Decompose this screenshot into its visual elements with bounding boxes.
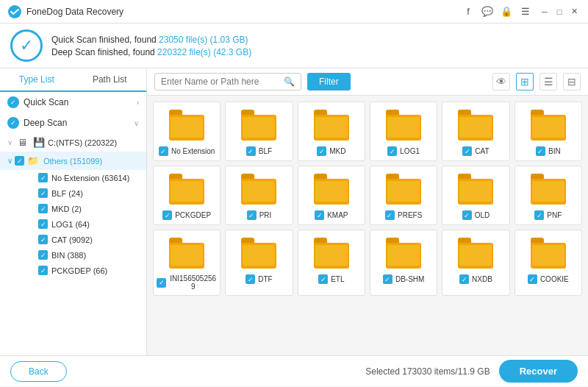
pckgdep-checkbox[interactable]: ✓ (38, 266, 48, 275)
file-checkbox[interactable]: ✓ (459, 274, 469, 284)
file-checkbox[interactable]: ✓ (385, 210, 395, 220)
file-checkbox[interactable]: ✓ (162, 210, 172, 220)
computer-icon: 🖥 (18, 137, 27, 148)
main-layout: Type List Path List ✓ Quick Scan › ✓ Dee… (0, 68, 588, 355)
item-checkbox-wrap: ✓ No Extension (159, 146, 215, 156)
sidebar-item-deep-scan[interactable]: ✓ Deep Scan ∨ (0, 113, 146, 133)
file-checkbox[interactable]: ✓ (317, 146, 326, 156)
message-icon[interactable]: 💬 (481, 5, 494, 18)
no-extension-checkbox[interactable]: ✓ (38, 173, 48, 182)
file-item[interactable]: ✓ OLD (442, 166, 509, 225)
file-item[interactable]: ✓ LOG1 (370, 102, 437, 161)
file-checkbox[interactable]: ✓ (462, 210, 472, 220)
scan-results: Quick Scan finished, found 23050 file(s)… (51, 35, 251, 57)
subitem-bin[interactable]: ✓ BIN (388) (0, 247, 146, 263)
file-checkbox[interactable]: ✓ (383, 274, 392, 284)
file-checkbox[interactable]: ✓ (536, 146, 545, 156)
file-label: LOG1 (400, 147, 420, 155)
facebook-icon[interactable]: f (462, 5, 475, 18)
file-checkbox[interactable]: ✓ (245, 274, 255, 284)
folder-inner (243, 181, 275, 202)
file-checkbox[interactable]: ✓ (157, 278, 166, 288)
file-checkbox[interactable]: ✓ (318, 274, 328, 284)
item-checkbox-wrap: ✓ OLD (462, 210, 490, 220)
recover-button[interactable]: Recover (499, 360, 578, 383)
folder-tab (386, 110, 399, 115)
grid-view-icon[interactable]: ⊞ (516, 73, 534, 90)
cat-label: CAT (9092) (51, 235, 93, 244)
blf-checkbox[interactable]: ✓ (38, 188, 48, 198)
file-checkbox[interactable]: ✓ (534, 210, 544, 220)
file-label: PRI (259, 211, 272, 219)
folder-body (314, 115, 349, 141)
deep-scan-result: Deep Scan finished, found 220322 file(s)… (51, 47, 251, 57)
file-item[interactable]: ✓ PREFS (370, 166, 437, 225)
cat-checkbox[interactable]: ✓ (38, 235, 48, 244)
detail-view-icon[interactable]: ⊟ (563, 73, 581, 90)
file-item[interactable]: ✓ KMAP (298, 166, 365, 225)
log1-checkbox[interactable]: ✓ (38, 219, 48, 229)
file-checkbox[interactable]: ✓ (462, 146, 472, 156)
folder-body (386, 179, 421, 205)
file-item[interactable]: ✓ BIN (514, 102, 582, 161)
file-item[interactable]: ✓ No Extension (153, 102, 220, 161)
subitem-blf[interactable]: ✓ BLF (24) (0, 185, 146, 201)
menu-icon[interactable]: ☰ (519, 5, 532, 18)
close-button[interactable]: ✕ (567, 5, 581, 18)
file-checkbox[interactable]: ✓ (159, 146, 168, 156)
file-item[interactable]: ✓ DTF (225, 230, 293, 296)
lock-icon[interactable]: 🔒 (500, 5, 513, 18)
minimize-button[interactable]: ─ (538, 5, 551, 18)
others-checkbox[interactable]: ✓ (15, 156, 24, 166)
file-item[interactable]: ✓ INI1565052569 (153, 230, 220, 296)
pckgdep-label: PCKGDEP (66) (51, 266, 107, 275)
list-view-icon[interactable]: ☰ (539, 73, 557, 90)
subitem-log1[interactable]: ✓ LOG1 (64) (0, 216, 146, 232)
complete-icon: ✓ (10, 29, 43, 62)
file-item[interactable]: ✓ ETL (298, 230, 365, 296)
sidebar-item-quick-scan[interactable]: ✓ Quick Scan › (0, 92, 146, 113)
file-checkbox[interactable]: ✓ (387, 146, 397, 156)
file-item[interactable]: ✓ COOKIE (514, 230, 582, 296)
file-checkbox[interactable]: ✓ (315, 210, 324, 220)
folder-tab (314, 174, 327, 179)
bin-checkbox[interactable]: ✓ (38, 250, 48, 260)
file-item[interactable]: ✓ BLF (225, 102, 293, 161)
file-item[interactable]: ✓ PNF (514, 166, 582, 225)
sidebar-item-drive[interactable]: ∨ 🖥 💾 C:(NTFS) (220322) (0, 133, 146, 152)
folder-inner (387, 245, 420, 266)
file-item[interactable]: ✓ PRI (225, 166, 293, 225)
mkd-checkbox[interactable]: ✓ (38, 204, 48, 213)
file-checkbox[interactable]: ✓ (528, 274, 537, 284)
item-checkbox-wrap: ✓ DTF (245, 274, 272, 284)
filter-button[interactable]: Filter (307, 73, 351, 90)
file-item[interactable]: ✓ MKD (298, 102, 365, 161)
titlebar-social-icons: f 💬 🔒 ☰ (462, 5, 532, 18)
folder-inner (315, 181, 348, 202)
folder-icon-lg (386, 238, 421, 269)
back-button[interactable]: Back (10, 361, 67, 382)
subitem-no-extension[interactable]: ✓ No Extension (63614) (0, 170, 146, 185)
folder-body (458, 115, 493, 141)
file-checkbox[interactable]: ✓ (246, 146, 256, 156)
maximize-button[interactable]: □ (553, 5, 566, 18)
folder-tab (314, 110, 327, 115)
file-checkbox[interactable]: ✓ (247, 210, 257, 220)
content-area: ✓ No Extension ✓ BLF ✓ MKD (147, 96, 588, 355)
sidebar-item-others[interactable]: ∨ ✓ 📁 Others (151099) (0, 152, 146, 170)
others-label: Others (151099) (43, 157, 102, 166)
eye-view-icon[interactable]: 👁 (492, 73, 510, 90)
search-box[interactable]: 🔍 (154, 73, 301, 90)
subitem-mkd[interactable]: ✓ MKD (2) (0, 201, 146, 216)
file-item[interactable]: ✓ NXDB (442, 230, 509, 296)
folder-body (531, 115, 566, 141)
tab-type-list[interactable]: Type List (0, 68, 74, 92)
search-input[interactable] (161, 77, 284, 87)
subitem-pckgdep[interactable]: ✓ PCKGDEP (66) (0, 263, 146, 278)
tab-path-list[interactable]: Path List (74, 68, 147, 90)
file-item[interactable]: ✓ DB-SHM (370, 230, 437, 296)
subitem-cat[interactable]: ✓ CAT (9092) (0, 232, 146, 247)
folder-body (531, 243, 566, 269)
file-item[interactable]: ✓ CAT (442, 102, 509, 161)
file-item[interactable]: ✓ PCKGDEP (153, 166, 220, 225)
